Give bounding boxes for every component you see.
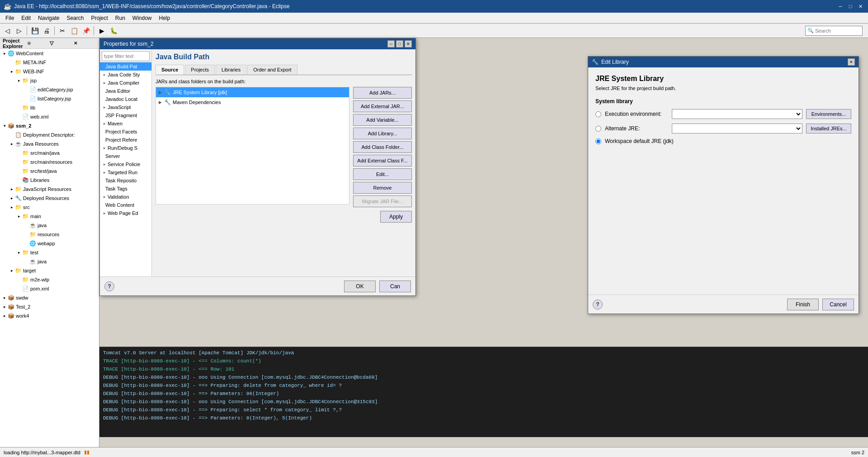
tree-item-lib[interactable]: 📁 lib bbox=[0, 103, 99, 112]
menu-help[interactable]: Help bbox=[156, 14, 174, 22]
nav-item-task-tags[interactable]: Task Tags bbox=[100, 185, 151, 193]
tree-item-web-inf[interactable]: ▸ 📁 WEB-INF bbox=[0, 67, 99, 76]
edit-lib-help-btn[interactable]: ? bbox=[593, 300, 603, 309]
menu-window[interactable]: Window bbox=[129, 14, 156, 22]
tree-item-src-main-java[interactable]: 📁 src/main/java bbox=[0, 148, 99, 157]
tree-item-libraries[interactable]: 📚 Libraries bbox=[0, 176, 99, 185]
apply-btn[interactable]: Apply bbox=[380, 211, 412, 223]
add-external-jar-btn[interactable]: Add External JAR... bbox=[353, 100, 412, 112]
cancel-btn[interactable]: Can bbox=[379, 281, 411, 292]
nav-item-jsp[interactable]: JSP Fragment bbox=[100, 111, 151, 119]
tree-item-test[interactable]: ▸ 📁 test bbox=[0, 248, 99, 257]
tree-item-main-res[interactable]: 📁 resources bbox=[0, 230, 99, 239]
nav-item-project-refs[interactable]: Project Refere bbox=[100, 136, 151, 144]
ok-btn[interactable]: OK bbox=[344, 281, 376, 292]
edit-lib-close-btn[interactable]: ✕ bbox=[848, 58, 855, 66]
toolbar-copy[interactable]: 📋 bbox=[69, 25, 80, 36]
tree-item-src-test-java[interactable]: 📁 src/test/java bbox=[0, 167, 99, 176]
build-list-item-maven[interactable]: ▶ 🔧 Maven Dependencies bbox=[156, 97, 349, 107]
edit-lib-cancel-btn[interactable]: Cancel bbox=[822, 299, 854, 310]
environments-btn[interactable]: Environments... bbox=[806, 109, 851, 119]
tree-item-web-xml[interactable]: 📄 web.xml bbox=[0, 112, 99, 121]
nav-item-javadoc[interactable]: Javadoc Locat bbox=[100, 95, 151, 103]
tree-item-src[interactable]: ▸ 📁 src bbox=[0, 203, 99, 212]
workspace-default-radio[interactable] bbox=[595, 138, 601, 144]
maximize-button[interactable]: □ bbox=[846, 2, 854, 10]
toolbar-debug[interactable]: 🐛 bbox=[108, 25, 119, 36]
nav-item-web-page[interactable]: ▸ Web Page Ed bbox=[100, 209, 151, 217]
finish-btn[interactable]: Finish bbox=[787, 299, 819, 310]
nav-item-java-compiler[interactable]: ▸ Java Compiler bbox=[100, 79, 151, 87]
nav-item-validation[interactable]: ▸ Validation bbox=[100, 193, 151, 201]
nav-item-server[interactable]: Server bbox=[100, 152, 151, 160]
close-button[interactable]: ✕ bbox=[856, 2, 864, 10]
tree-item-target[interactable]: ▸ 📁 target bbox=[0, 266, 99, 275]
tab-source[interactable]: Source bbox=[156, 65, 184, 75]
tab-projects[interactable]: Projects bbox=[185, 65, 215, 75]
menu-search[interactable]: Search bbox=[63, 14, 87, 22]
add-class-folder-btn[interactable]: Add Class Folder... bbox=[353, 141, 412, 153]
add-variable-btn[interactable]: Add Variable... bbox=[353, 114, 412, 126]
add-ext-class-btn[interactable]: Add External Class F... bbox=[353, 155, 412, 167]
help-button[interactable]: ? bbox=[104, 281, 114, 291]
menu-navigate[interactable]: Navigate bbox=[34, 14, 63, 22]
toolbar-paste[interactable]: 📌 bbox=[80, 25, 91, 36]
toolbar-run[interactable]: ▶ bbox=[96, 25, 107, 36]
tree-item-list-category[interactable]: 📄 listCategory.jsp bbox=[0, 94, 99, 103]
dialog-minimize-btn[interactable]: ─ bbox=[387, 40, 395, 48]
tree-item-m2e-wtp[interactable]: 📁 m2e-wtp bbox=[0, 275, 99, 284]
add-jars-btn[interactable]: Add JARs... bbox=[353, 87, 412, 99]
search-input[interactable] bbox=[815, 28, 860, 33]
tree-item-deployed[interactable]: ▸ 🔧 Deployed Resources bbox=[0, 194, 99, 203]
alternate-jre-radio[interactable] bbox=[595, 126, 601, 132]
edit-btn[interactable]: Edit... bbox=[353, 168, 412, 180]
nav-item-project-facets[interactable]: Project Facets bbox=[100, 128, 151, 136]
build-list-item-jre[interactable]: ▶ 🔧 JRE System Library [jdk] bbox=[156, 87, 349, 97]
tab-order-export[interactable]: Order and Export bbox=[247, 65, 297, 75]
toolbar-forward[interactable]: ▷ bbox=[14, 25, 24, 36]
toolbar-print[interactable]: 🖨 bbox=[41, 25, 52, 36]
remove-btn[interactable]: Remove bbox=[353, 182, 412, 194]
migrate-jar-btn[interactable]: Migrate JAR File... bbox=[353, 195, 412, 207]
nav-item-java-code-style[interactable]: ▸ Java Code Sty bbox=[100, 71, 151, 79]
alternate-jre-combo[interactable] bbox=[672, 124, 802, 133]
tree-item-webcontent[interactable]: ▸ 🌐 WebContent bbox=[0, 49, 99, 58]
nav-item-run-debug[interactable]: ▸ Run/Debug S bbox=[100, 144, 151, 152]
tree-item-main-java[interactable]: ☕ java bbox=[0, 221, 99, 230]
panel-close-icon[interactable]: ✕ bbox=[74, 41, 96, 46]
minimize-button[interactable]: ─ bbox=[836, 2, 844, 10]
tree-item-ssm2[interactable]: ▾ 📦 ssm_2 bbox=[0, 121, 99, 130]
menu-edit[interactable]: Edit bbox=[18, 14, 34, 22]
tree-item-test2[interactable]: ▸ 📦 Test_2 bbox=[0, 302, 99, 311]
menu-file[interactable]: File bbox=[2, 14, 18, 22]
nav-item-service[interactable]: ▸ Service Policie bbox=[100, 160, 151, 168]
panel-menu-icon[interactable]: ▽ bbox=[50, 40, 72, 46]
installed-jres-btn[interactable]: Installed JREs... bbox=[806, 124, 851, 133]
nav-item-java-build-path[interactable]: Java Build Pat bbox=[100, 62, 151, 71]
tree-item-java-resources[interactable]: ▸ ☕ Java Resources bbox=[0, 139, 99, 148]
dialog-close-btn[interactable]: ✕ bbox=[405, 40, 412, 48]
tree-item-js-resources[interactable]: ▸ 📁 JavaScript Resources bbox=[0, 185, 99, 194]
tab-libraries[interactable]: Libraries bbox=[216, 65, 246, 75]
nav-item-java-editor[interactable]: Java Editor bbox=[100, 87, 151, 95]
nav-item-javascript[interactable]: ▸ JavaScript bbox=[100, 103, 151, 111]
menu-run[interactable]: Run bbox=[112, 14, 129, 22]
nav-item-task-repo[interactable]: Task Reposito bbox=[100, 176, 151, 185]
tree-item-meta-inf[interactable]: 📁 META-INF bbox=[0, 58, 99, 67]
add-library-btn[interactable]: Add Library... bbox=[353, 128, 412, 139]
nav-item-web-content[interactable]: Web Content bbox=[100, 201, 151, 209]
toolbar-back[interactable]: ◁ bbox=[2, 25, 13, 36]
exec-env-combo[interactable] bbox=[672, 109, 802, 119]
tree-item-edit-category[interactable]: 📄 editCategory.jsp bbox=[0, 85, 99, 94]
exec-env-radio[interactable] bbox=[595, 111, 601, 117]
nav-item-maven[interactable]: ▸ Maven bbox=[100, 119, 151, 128]
filter-input[interactable] bbox=[102, 51, 150, 61]
tree-item-test-java[interactable]: ☕ java bbox=[0, 257, 99, 266]
tree-item-jsp-folder[interactable]: ▸ 📁 jsp bbox=[0, 76, 99, 85]
tree-item-pom-xml[interactable]: 📄 pom.xml bbox=[0, 284, 99, 293]
tree-item-deployment[interactable]: 📋 Deployment Descriptor: bbox=[0, 130, 99, 139]
toolbar-save[interactable]: 💾 bbox=[29, 25, 40, 36]
tree-item-src-main-res[interactable]: 📁 src/main/resources bbox=[0, 157, 99, 167]
menu-project[interactable]: Project bbox=[87, 14, 111, 22]
tree-item-swdw[interactable]: ▸ 📦 swdw bbox=[0, 293, 99, 302]
